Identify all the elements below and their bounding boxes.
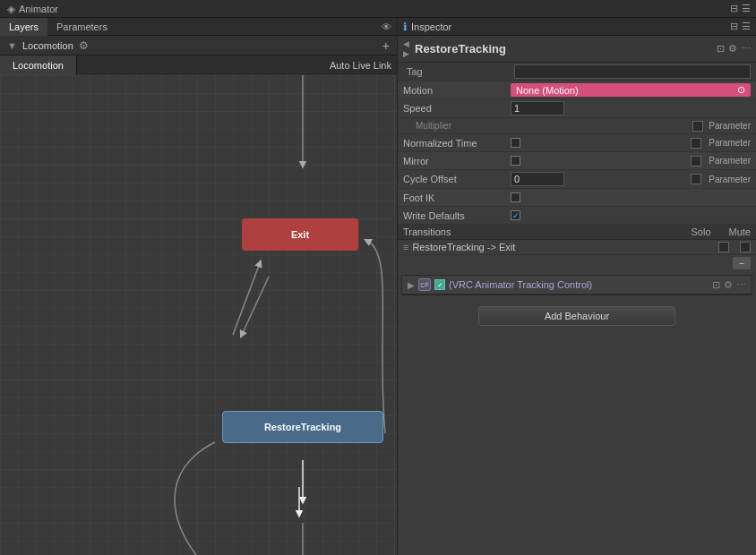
speed-row: Speed — [398, 99, 756, 118]
foot-ik-label: Foot IK — [403, 192, 511, 203]
main-layout: Layers Parameters 👁 ▼ Locomotion ⚙ + Loc… — [0, 18, 756, 555]
locomotion-expand-icon: ▼ — [7, 40, 17, 51]
state-node-restore-tracking[interactable]: RestoreTracking — [222, 411, 383, 443]
animator-panel: Layers Parameters 👁 ▼ Locomotion ⚙ + Loc… — [0, 18, 398, 555]
vrc-open-icon[interactable]: ⊡ — [712, 279, 720, 291]
multiplier-label: Multiplier — [416, 121, 505, 131]
motion-field[interactable]: None (Motion) ⊙ — [511, 83, 751, 97]
solo-label: Solo — [692, 226, 711, 237]
graph-svg — [0, 75, 397, 555]
nav-arrows: ◀ ▶ — [403, 39, 409, 58]
motion-dot: ⊙ — [737, 84, 745, 96]
vrc-expand-arrow[interactable]: ▶ — [408, 280, 415, 290]
mirror-checkbox[interactable] — [511, 156, 520, 166]
cycle-offset-right: Parameter — [691, 174, 751, 184]
svg-line-3 — [233, 263, 260, 335]
tag-value — [514, 64, 751, 79]
cycle-offset-input[interactable] — [511, 172, 564, 186]
add-behaviour-button[interactable]: Add Behaviour — [478, 306, 675, 326]
settings-icon[interactable]: ⚙ — [728, 43, 737, 55]
vrc-more-icon[interactable]: ⋯ — [736, 279, 746, 291]
speed-label: Speed — [403, 103, 511, 114]
tab-layers-label: Layers — [9, 21, 39, 32]
motion-label: Motion — [403, 85, 511, 96]
solo-mute-labels: Solo Mute — [692, 226, 752, 237]
vrc-settings-icon[interactable]: ⚙ — [724, 279, 733, 291]
locomotion-gear-icon[interactable]: ⚙ — [79, 39, 89, 52]
normalized-time-checkbox[interactable] — [511, 138, 520, 148]
multiplier-checkbox[interactable] — [692, 121, 703, 132]
lock-icon: ⊟ — [730, 3, 738, 14]
lock-icon-inspector[interactable]: ⊟ — [730, 21, 738, 32]
vrc-header-icons: ⊡ ⚙ ⋯ — [712, 279, 746, 291]
write-defaults-label: Write Defaults — [403, 210, 511, 221]
locomotion-add-button[interactable]: + — [382, 38, 390, 53]
state-name: RestoreTracking — [415, 42, 711, 56]
tab-parameters-label: Parameters — [56, 21, 107, 32]
motion-row: Motion None (Motion) ⊙ — [398, 81, 756, 99]
cycle-offset-row: Cycle Offset Parameter — [398, 170, 756, 189]
mirror-value — [511, 156, 691, 166]
multiplier-row: Multiplier Parameter — [398, 118, 756, 134]
mirror-param-label: Parameter — [709, 156, 751, 166]
animator-title: ◈ Animator — [0, 3, 65, 15]
tag-input[interactable] — [514, 64, 751, 79]
inspector-title: Inspector — [411, 21, 451, 32]
transition-solo-checkbox[interactable] — [718, 242, 729, 252]
transition-checkboxes — [718, 242, 751, 252]
animator-top-icons: ⊟ ☰ — [730, 3, 756, 14]
vrc-icon: c# — [418, 278, 431, 291]
locomotion-bar: ▼ Locomotion ⚙ + — [0, 36, 397, 56]
inspector-icons: ⊟ ☰ — [730, 21, 756, 32]
animator-title-text: Animator — [19, 4, 58, 14]
speed-value — [511, 101, 751, 115]
speed-input[interactable] — [511, 101, 564, 115]
loco-tab-main[interactable]: Locomotion — [0, 56, 77, 75]
loco-tab-right: Auto Live Link — [330, 56, 397, 75]
back-arrow[interactable]: ◀ — [403, 39, 409, 48]
transition-minus-row: − — [398, 255, 756, 271]
tag-row: Tag — [398, 63, 756, 81]
inspector-panel: ℹ Inspector ⊟ ☰ ◀ ▶ RestoreTracking ⊡ ⚙ … — [398, 18, 756, 555]
animator-tab-right: 👁 — [382, 21, 397, 32]
vrc-section: ▶ c# ✓ (VRC Animator Tracking Control) ⊡… — [401, 275, 752, 295]
multiplier-param-label: Parameter — [709, 121, 751, 131]
loco-tabs: Locomotion Auto Live Link — [0, 56, 397, 75]
top-bar: ◈ Animator ⊟ ☰ — [0, 0, 756, 18]
animator-tabs: Layers Parameters 👁 — [0, 18, 397, 36]
multiplier-right: Parameter — [505, 121, 751, 132]
tab-parameters[interactable]: Parameters — [47, 18, 116, 36]
cycle-offset-param-label: Parameter — [709, 175, 751, 184]
open-icon[interactable]: ⊡ — [717, 43, 725, 55]
foot-ik-row: Foot IK — [398, 189, 756, 207]
forward-arrow[interactable]: ▶ — [403, 49, 409, 58]
menu-icon-inspector[interactable]: ☰ — [742, 21, 751, 32]
vrc-enabled-checkbox[interactable]: ✓ — [434, 279, 445, 290]
eye-icon[interactable]: 👁 — [382, 21, 391, 32]
transition-row[interactable]: ≡ RestoreTracking -> Exit — [398, 240, 756, 255]
write-defaults-value: ✓ — [511, 210, 751, 220]
mute-label: Mute — [729, 226, 751, 237]
mirror-row: Mirror Parameter — [398, 152, 756, 170]
graph-area[interactable]: Exit RestoreTracking Landed — [0, 75, 397, 555]
state-node-exit[interactable]: Exit — [242, 218, 358, 251]
restore-tracking-node-label: RestoreTracking — [264, 422, 341, 432]
cycle-offset-param-checkbox[interactable] — [691, 174, 701, 184]
motion-value-text: None (Motion) — [516, 85, 579, 96]
transition-icon: ≡ — [403, 242, 408, 252]
normalized-time-value — [511, 138, 691, 148]
write-defaults-checkbox[interactable]: ✓ — [511, 210, 520, 220]
loco-tab-label: Locomotion — [13, 60, 64, 71]
exit-node-label: Exit — [291, 229, 309, 240]
normalized-time-param-checkbox[interactable] — [691, 138, 701, 149]
normalized-time-row: Normalized Time Parameter — [398, 134, 756, 152]
remove-transition-button[interactable]: − — [733, 257, 751, 269]
foot-ik-checkbox[interactable] — [511, 192, 520, 202]
transitions-label: Transitions — [403, 226, 451, 237]
svg-line-4 — [242, 277, 269, 335]
mirror-param-checkbox[interactable] — [691, 156, 701, 166]
inspector-header: ◀ ▶ RestoreTracking ⊡ ⚙ ⋯ — [398, 36, 756, 63]
tab-layers[interactable]: Layers — [0, 18, 47, 36]
transition-mute-checkbox[interactable] — [740, 242, 751, 252]
more-icon[interactable]: ⋯ — [741, 43, 751, 55]
